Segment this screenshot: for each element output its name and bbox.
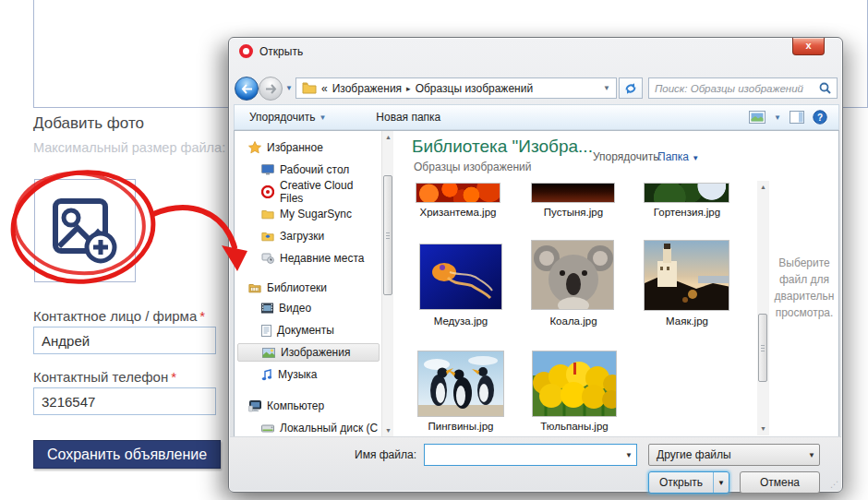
sidebar-item-documents[interactable]: Документы: [237, 321, 380, 339]
sidebar-group-libraries[interactable]: Библиотеки: [237, 279, 380, 297]
library-subtitle: Образцы изображений: [414, 161, 531, 173]
views-icon[interactable]: [749, 111, 766, 124]
downloads-folder-icon: [261, 231, 274, 242]
file-label[interactable]: Тюльпаны.jpg: [515, 421, 633, 432]
svg-text:?: ?: [817, 113, 823, 123]
scroll-down-icon[interactable]: ▼: [757, 423, 769, 435]
breadcrumb-item-pictures[interactable]: Изображения: [332, 82, 402, 95]
filename-input[interactable]: [425, 448, 621, 461]
chevron-down-icon: ▼: [319, 113, 326, 122]
help-icon[interactable]: ?: [813, 110, 827, 125]
contact-name-label: Контактное лицо / фирма*: [33, 308, 205, 324]
open-button[interactable]: Открыть ▼: [648, 471, 729, 494]
sidebar-group-favorites[interactable]: Избранное: [237, 138, 380, 157]
chevron-down-icon: ▼: [692, 154, 699, 162]
add-image-icon: [49, 195, 121, 267]
refresh-button[interactable]: [619, 77, 643, 99]
pictures-icon: [262, 348, 275, 358]
file-thumbnail-koala[interactable]: [531, 240, 614, 310]
arrange-by-folder-dropdown[interactable]: Папка ▼: [657, 150, 699, 163]
file-thumbnail-lighthouse[interactable]: [644, 240, 729, 311]
file-label[interactable]: Маяк.jpg: [628, 315, 746, 327]
file-label[interactable]: Пустыня.jpg: [514, 207, 633, 218]
sidebar-item-desktop[interactable]: Рабочий стол: [237, 161, 380, 179]
file-label[interactable]: Хризантема.jpg: [399, 207, 517, 218]
back-arrow-icon: [241, 84, 253, 94]
file-thumbnail-desert[interactable]: [531, 183, 615, 203]
file-label[interactable]: Гортензия.jpg: [628, 207, 746, 218]
sidebar-item-sugarsync[interactable]: My SugarSync: [237, 205, 380, 223]
file-browser-body: Избранное Рабочий стол Creative Cloud Fi…: [234, 130, 839, 438]
file-label[interactable]: Коала.jpg: [514, 315, 633, 327]
opera-logo-icon: [239, 44, 253, 58]
files-scrollbar-thumb[interactable]: [758, 314, 767, 382]
sidebar-group-computer[interactable]: Компьютер: [237, 397, 380, 415]
command-toolbar: Упорядочить▼ Новая папка ▼ ?: [234, 104, 839, 130]
libraries-icon: [248, 282, 261, 293]
library-title: Библиотека "Изобра...: [412, 137, 593, 157]
folder-icon: [302, 82, 317, 94]
contact-phone-input[interactable]: [33, 387, 216, 415]
search-input[interactable]: [655, 83, 819, 94]
breadcrumb[interactable]: « Изображения ▸ Образцы изображений ▼: [295, 77, 617, 99]
scroll-up-icon[interactable]: ▲: [757, 181, 769, 194]
file-label[interactable]: Пингвины.jpg: [401, 421, 521, 432]
scroll-up-icon[interactable]: ▲: [382, 131, 394, 144]
resize-grip-icon[interactable]: ⋰: [830, 480, 838, 489]
close-button[interactable]: x: [792, 38, 825, 55]
file-label[interactable]: Медуза.jpg: [401, 315, 521, 327]
chevron-down-icon[interactable]: ▼: [621, 451, 636, 459]
back-button[interactable]: [235, 77, 259, 101]
file-thumbnail-jellyfish[interactable]: [419, 244, 502, 310]
preview-pane-icon[interactable]: [790, 111, 804, 124]
music-note-icon: [261, 369, 272, 381]
computer-icon: [248, 400, 261, 412]
open-file-dialog: Открыть x ▼ « Изображения ▸ Образцы изоб…: [228, 37, 843, 493]
new-folder-button[interactable]: Новая папка: [376, 111, 440, 124]
breadcrumb-chevrons[interactable]: «: [321, 82, 328, 95]
sidebar-item-pictures[interactable]: Изображения: [237, 343, 380, 362]
cancel-button[interactable]: Отмена: [740, 471, 820, 494]
views-dropdown-icon[interactable]: ▼: [774, 113, 781, 122]
photo-upload-dropzone[interactable]: [34, 179, 136, 282]
save-listing-button[interactable]: Сохранить объявление: [33, 440, 221, 469]
sidebar-item-downloads[interactable]: Загрузки: [237, 227, 380, 245]
contact-phone-label: Контактный телефон*: [33, 369, 176, 385]
scroll-down-icon[interactable]: ▼: [382, 424, 394, 437]
sidebar-scrollbar-thumb[interactable]: [383, 175, 392, 295]
sidebar-item-recent-places[interactable]: Недавние места: [237, 249, 380, 268]
sidebar-item-videos[interactable]: Видео: [237, 299, 380, 317]
search-icon[interactable]: [819, 82, 831, 94]
search-box[interactable]: [648, 77, 838, 99]
history-dropdown-icon[interactable]: ▼: [285, 84, 293, 92]
forward-button[interactable]: [259, 77, 283, 101]
open-split-dropdown-icon[interactable]: ▼: [713, 472, 729, 493]
sidebar-scrollbar[interactable]: ▲ ▼: [381, 131, 393, 437]
filename-combo[interactable]: ▼: [424, 444, 637, 466]
star-icon: [248, 141, 261, 154]
organize-menu-button[interactable]: Упорядочить▼: [249, 111, 326, 124]
contact-name-input[interactable]: [33, 327, 216, 354]
add-photo-heading: Добавить фото: [33, 114, 144, 133]
file-thumbnail-chrysanthemum[interactable]: [416, 183, 500, 203]
filetype-dropdown[interactable]: Другие файлы ▼: [648, 444, 820, 466]
filename-label: Имя файла:: [285, 448, 416, 461]
creative-cloud-icon: [261, 185, 274, 198]
sidebar-item-music[interactable]: Музыка: [237, 365, 380, 384]
recent-places-icon: [261, 253, 274, 264]
file-thumbnail-tulips[interactable]: [532, 351, 617, 417]
breadcrumb-dropdown-icon[interactable]: ▼: [603, 84, 610, 92]
breadcrumb-item-sample-pictures[interactable]: Образцы изображений: [416, 82, 533, 95]
preview-pane-text: Выберите файл для дварительн просмотра.: [770, 255, 838, 321]
document-icon: [261, 325, 271, 337]
file-thumbnail-penguins[interactable]: [417, 351, 504, 417]
file-thumbnail-hydrangea[interactable]: [644, 183, 729, 203]
files-scrollbar[interactable]: ▲ ▼: [757, 181, 769, 435]
breadcrumb-separator-icon: ▸: [406, 84, 411, 93]
max-file-size-note: Максимальный размер файла: 1: [33, 140, 236, 155]
sidebar-item-creative-cloud[interactable]: Creative Cloud Files: [237, 183, 380, 201]
arrange-by-label: Упорядочить:: [593, 150, 662, 163]
dialog-footer: Имя файла: ▼ Другие файлы ▼ Открыть ▼ От…: [230, 436, 841, 491]
folder-icon: [261, 208, 274, 220]
sidebar-item-local-disk-c[interactable]: Локальный диск (C: [237, 419, 380, 437]
